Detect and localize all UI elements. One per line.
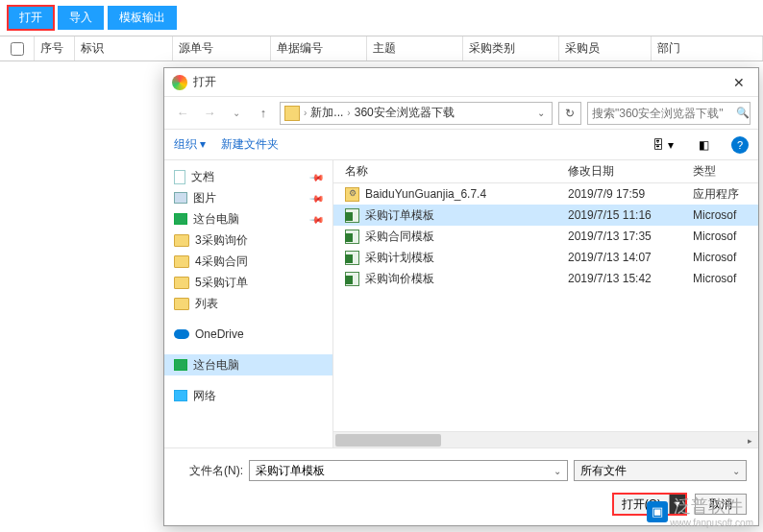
- app-icon: [345, 187, 359, 202]
- filename-label: 文件名(N):: [176, 463, 243, 479]
- file-row[interactable]: 采购计划模板2019/7/13 14:07Microsof: [333, 247, 758, 268]
- col-flag[interactable]: 标识: [75, 36, 173, 60]
- select-all-cell[interactable]: [0, 36, 35, 60]
- tree-item-label: 列表: [195, 296, 218, 312]
- dialog-title: 打开: [193, 74, 727, 90]
- col-source[interactable]: 源单号: [173, 36, 271, 60]
- file-name: 采购询价模板: [365, 271, 434, 287]
- dialog-command-bar: 组织 ▾ 新建文件夹 🗄 ▾ ◧ ?: [164, 130, 758, 160]
- file-name: 采购合同模板: [365, 229, 434, 245]
- template-export-button[interactable]: 模板输出: [108, 6, 177, 30]
- open-dropdown-button[interactable]: ▼: [670, 495, 685, 514]
- col-type[interactable]: 类型: [693, 163, 758, 180]
- tree-item[interactable]: 文档📌: [164, 166, 332, 187]
- doc-icon: [174, 170, 185, 184]
- col-buyer[interactable]: 采购员: [559, 36, 652, 60]
- col-name[interactable]: 名称: [333, 163, 568, 180]
- col-docno[interactable]: 单据编号: [271, 36, 367, 60]
- img-icon: [174, 192, 187, 204]
- pin-icon: 📌: [309, 211, 325, 227]
- tree-item[interactable]: 图片📌: [164, 187, 332, 208]
- dialog-titlebar: 打开 ✕: [164, 68, 758, 97]
- folder-tree[interactable]: 文档📌图片📌这台电脑📌3采购询价4采购合同5采购订单列表OneDrive这台电脑…: [164, 160, 333, 447]
- breadcrumb[interactable]: › 新加... › 360安全浏览器下载 ⌄: [280, 102, 553, 125]
- file-row[interactable]: BaiduYunGuanjia_6.7.42019/7/9 17:59应用程序: [333, 183, 758, 205]
- pc-icon: [174, 213, 187, 225]
- horizontal-scrollbar[interactable]: ◂ ▸: [333, 431, 758, 447]
- file-date: 2019/7/15 11:16: [568, 208, 693, 222]
- folder-icon: [174, 277, 189, 289]
- close-button[interactable]: ✕: [727, 75, 751, 90]
- file-filter-select[interactable]: 所有文件 ⌄: [574, 460, 747, 481]
- tree-item[interactable]: 3采购询价: [164, 230, 332, 251]
- col-dept[interactable]: 部门: [652, 36, 763, 60]
- tree-item-label: 5采购订单: [195, 275, 248, 291]
- preview-pane-button[interactable]: ◧: [691, 134, 716, 156]
- tree-item-label: 3采购询价: [195, 232, 248, 249]
- file-type: 应用程序: [693, 186, 758, 203]
- search-icon[interactable]: 🔍: [736, 107, 750, 119]
- dialog-navbar: ← → ⌄ ↑ › 新加... › 360安全浏览器下载 ⌄ ↻ 🔍: [164, 97, 758, 130]
- file-type: Microsof: [693, 208, 758, 222]
- scroll-thumb[interactable]: [335, 434, 441, 447]
- tree-item-label: 文档: [191, 169, 214, 185]
- nav-back-icon[interactable]: ←: [172, 103, 193, 124]
- cancel-button[interactable]: 取消: [695, 494, 747, 515]
- open-confirm-button[interactable]: 打开(O): [614, 495, 670, 514]
- file-name: 采购计划模板: [365, 250, 434, 266]
- select-all-checkbox[interactable]: [11, 42, 24, 56]
- file-row[interactable]: 采购询价模板2019/7/13 15:42Microsof: [333, 268, 758, 289]
- file-row[interactable]: 采购订单模板2019/7/15 11:16Microsof: [333, 205, 758, 226]
- tree-item-label: 这台电脑: [193, 211, 239, 228]
- net-icon: [174, 390, 187, 401]
- tree-item[interactable]: 5采购订单: [164, 272, 332, 293]
- new-folder-button[interactable]: 新建文件夹: [221, 136, 279, 153]
- search-input[interactable]: [592, 107, 736, 120]
- tree-item-label: 网络: [193, 388, 216, 404]
- path-segment[interactable]: 360安全浏览器下载: [355, 105, 455, 121]
- help-button[interactable]: ?: [731, 136, 749, 154]
- file-list[interactable]: BaiduYunGuanjia_6.7.42019/7/9 17:59应用程序采…: [333, 183, 758, 431]
- file-name: BaiduYunGuanjia_6.7.4: [365, 187, 486, 201]
- view-mode-button[interactable]: 🗄 ▾: [651, 134, 676, 156]
- import-button[interactable]: 导入: [58, 6, 104, 30]
- file-date: 2019/7/13 15:42: [568, 272, 693, 285]
- tree-item[interactable]: 4采购合同: [164, 251, 332, 272]
- nav-recent-icon[interactable]: ⌄: [226, 103, 247, 124]
- chevron-down-icon[interactable]: ⌄: [554, 466, 561, 476]
- refresh-button[interactable]: ↻: [558, 102, 581, 125]
- organize-menu[interactable]: 组织 ▾: [174, 136, 206, 153]
- open-button[interactable]: 打开: [8, 6, 54, 30]
- file-row[interactable]: 采购合同模板2019/7/13 17:35Microsof: [333, 226, 758, 247]
- tree-item[interactable]: OneDrive: [164, 324, 332, 345]
- col-modified[interactable]: 修改日期: [568, 163, 693, 180]
- main-toolbar: 打开 导入 模板输出: [0, 0, 763, 36]
- tree-item-label: OneDrive: [195, 327, 244, 341]
- chevron-down-icon[interactable]: ⌄: [732, 466, 740, 476]
- path-segment[interactable]: 新加...: [310, 105, 343, 121]
- open-split-button[interactable]: 打开(O) ▼: [612, 493, 687, 516]
- file-date: 2019/7/13 14:07: [568, 251, 693, 264]
- file-name: 采购订单模板: [365, 207, 434, 224]
- search-box[interactable]: 🔍: [587, 102, 751, 125]
- tree-item[interactable]: 这台电脑📌: [164, 208, 332, 230]
- dialog-body: 文档📌图片📌这台电脑📌3采购询价4采购合同5采购订单列表OneDrive这台电脑…: [164, 160, 758, 447]
- col-category[interactable]: 采购类别: [463, 36, 559, 60]
- file-date: 2019/7/13 17:35: [568, 230, 693, 243]
- tree-item-label: 4采购合同: [195, 254, 248, 270]
- folder-icon: [174, 298, 189, 310]
- tree-item[interactable]: 这台电脑: [164, 354, 332, 375]
- cloud-icon: [174, 329, 189, 339]
- tree-item[interactable]: 列表: [164, 293, 332, 314]
- filename-input[interactable]: 采购订单模板 ⌄: [249, 460, 568, 481]
- tree-item[interactable]: 网络: [164, 385, 332, 406]
- col-subject[interactable]: 主题: [367, 36, 463, 60]
- col-index[interactable]: 序号: [35, 36, 75, 60]
- nav-up-icon[interactable]: ↑: [253, 103, 274, 124]
- path-dropdown-icon[interactable]: ⌄: [534, 108, 548, 118]
- file-type: Microsof: [693, 251, 758, 264]
- nav-forward-icon[interactable]: →: [199, 103, 220, 124]
- chevron-right-icon: ›: [347, 108, 350, 118]
- scroll-right-icon[interactable]: ▸: [742, 432, 758, 448]
- folder-icon: [174, 234, 189, 247]
